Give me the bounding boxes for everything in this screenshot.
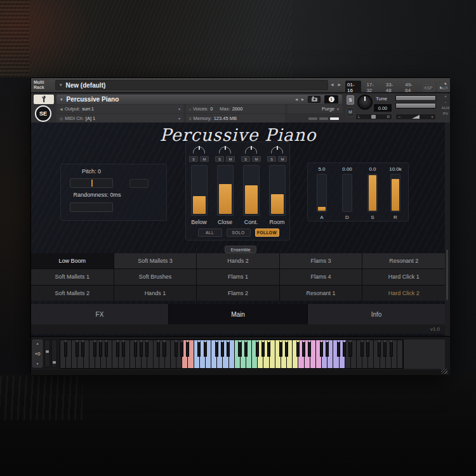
piano-key-white[interactable] <box>211 340 217 368</box>
transpose-down-icon[interactable]: ▼ <box>36 362 39 366</box>
piano-key-white[interactable] <box>316 340 322 368</box>
piano-key-black[interactable] <box>175 340 178 357</box>
channel-knob[interactable] <box>270 146 284 154</box>
pitch-slider-handle[interactable] <box>91 180 93 187</box>
piano-key-black[interactable] <box>81 340 84 357</box>
piano-key-black[interactable] <box>76 340 79 357</box>
piano-key-white[interactable] <box>112 340 118 368</box>
piano-key-black[interactable] <box>244 340 248 357</box>
piano-key-black[interactable] <box>302 340 305 357</box>
tab-info[interactable]: Info <box>308 304 445 324</box>
volume-slider[interactable]: − + <box>395 114 436 120</box>
resize-grip-icon[interactable] <box>441 369 447 374</box>
channel-mute-button[interactable]: M <box>252 156 261 162</box>
piano-key-white[interactable] <box>235 340 241 368</box>
piano-key-black[interactable] <box>157 340 160 357</box>
articulation-button[interactable]: Flams 4 <box>280 269 362 284</box>
piano-key-black[interactable] <box>279 340 282 357</box>
attack-slider[interactable] <box>317 174 327 212</box>
piano-key-black[interactable] <box>122 340 125 357</box>
follow-button[interactable]: FOLLOW <box>255 228 279 237</box>
channel-fader[interactable] <box>217 165 234 216</box>
piano-key-black[interactable] <box>360 340 364 357</box>
piano-key-black[interactable] <box>204 340 207 357</box>
tune-knob[interactable] <box>357 95 373 110</box>
piano-key-black[interactable] <box>64 340 67 357</box>
piano-key-white[interactable] <box>194 340 200 368</box>
piano-key-white[interactable] <box>154 340 159 368</box>
piano-key-black[interactable] <box>308 340 311 357</box>
close-icon[interactable]: × <box>444 94 447 99</box>
edit-instrument-button[interactable] <box>34 95 54 104</box>
piano-key-white[interactable] <box>374 340 380 368</box>
articulation-button[interactable]: Soft Brushes <box>114 269 197 284</box>
articulation-button[interactable]: Soft Mallets 2 <box>31 286 114 301</box>
piano-key-black[interactable] <box>326 340 329 357</box>
articulation-button[interactable]: Hard Click 1 <box>362 269 445 284</box>
slider-handle[interactable] <box>46 350 49 353</box>
channel-mute-button[interactable]: M <box>200 156 209 162</box>
solo-mode-button[interactable]: SOLO <box>227 228 251 237</box>
mute-button[interactable]: M <box>347 107 354 117</box>
page-button-2[interactable]: 17-32 <box>364 81 380 95</box>
pitch-slider[interactable] <box>70 178 113 188</box>
articulation-button[interactable]: Hands 2 <box>197 253 279 268</box>
piano-key-black[interactable] <box>105 340 108 357</box>
channel-fader[interactable] <box>191 165 208 216</box>
page-button-3[interactable]: 33-48 <box>384 81 400 95</box>
piano-key-white[interactable] <box>357 340 362 368</box>
piano-key-white[interactable] <box>60 340 66 368</box>
channel-knob[interactable] <box>192 146 206 154</box>
channel-solo-button[interactable]: S <box>189 156 198 162</box>
piano-key-black[interactable] <box>238 340 241 357</box>
tab-fx[interactable]: FX <box>31 304 168 324</box>
keyboard-slider-2[interactable] <box>51 340 57 367</box>
channel-fader[interactable] <box>243 165 260 216</box>
pan-slider[interactable]: L R <box>355 114 392 120</box>
piano-key-black[interactable] <box>134 340 137 357</box>
piano-key-black[interactable] <box>116 340 119 357</box>
piano-key-black[interactable] <box>366 340 369 357</box>
piano-key-black[interactable] <box>267 340 270 357</box>
transpose-up-icon[interactable]: ▲ <box>36 341 39 345</box>
piano-key-black[interactable] <box>383 340 387 357</box>
next-arrow-icon[interactable]: ▸ <box>338 81 341 88</box>
randomness-slider[interactable] <box>70 202 113 212</box>
solo-button[interactable]: S <box>347 95 354 105</box>
piano-key-white[interactable] <box>130 340 136 368</box>
channel-mute-button[interactable]: M <box>226 156 235 162</box>
piano-key-black[interactable] <box>390 340 393 357</box>
piano-key-black[interactable] <box>227 340 230 357</box>
output-field[interactable]: ◀ Output: surr.1 ▾ <box>56 105 183 113</box>
ksp-button[interactable]: KSP <box>423 84 435 91</box>
multi-preset-dropdown[interactable]: ▾ New (default) <box>55 80 328 90</box>
piano-key-black[interactable] <box>256 340 259 357</box>
piano-key-black[interactable] <box>343 340 346 357</box>
channel-solo-button[interactable]: S <box>241 156 250 162</box>
expand-icon[interactable]: ◥◣ <box>440 83 446 89</box>
scrollbar[interactable] <box>445 122 450 336</box>
channel-knob[interactable] <box>218 146 232 154</box>
midi-channel-field[interactable]: ◎ MIDI Ch: [A] 1 ▾ <box>56 114 183 122</box>
chevron-down-icon[interactable]: ▾ <box>60 97 63 102</box>
snapshot-button[interactable] <box>308 96 321 103</box>
piano-key-white[interactable] <box>333 340 339 368</box>
articulation-button[interactable]: Hard Click 2 <box>362 286 445 301</box>
piano-key-black[interactable] <box>320 340 323 357</box>
piano-key-black[interactable] <box>296 340 300 357</box>
prev-arrow-icon[interactable]: ◂ <box>331 81 334 88</box>
piano-key-black[interactable] <box>261 340 265 357</box>
piano-key-black[interactable] <box>348 340 352 357</box>
piano-key-black[interactable] <box>180 340 183 357</box>
piano-key-black[interactable] <box>140 340 143 357</box>
tab-main[interactable]: Main <box>169 304 307 324</box>
articulation-button[interactable]: Soft Mallets 1 <box>31 269 114 284</box>
channel-mute-button[interactable]: M <box>278 156 287 162</box>
piano-key-black[interactable] <box>145 340 149 357</box>
articulation-button[interactable]: Low Boom <box>31 253 114 268</box>
all-button[interactable]: ALL <box>198 228 222 237</box>
piano-key-white[interactable] <box>252 340 258 368</box>
articulation-button[interactable]: Resonant 1 <box>280 286 362 301</box>
piano-key-white[interactable] <box>293 340 298 368</box>
pv-button[interactable]: PV <box>443 111 448 116</box>
